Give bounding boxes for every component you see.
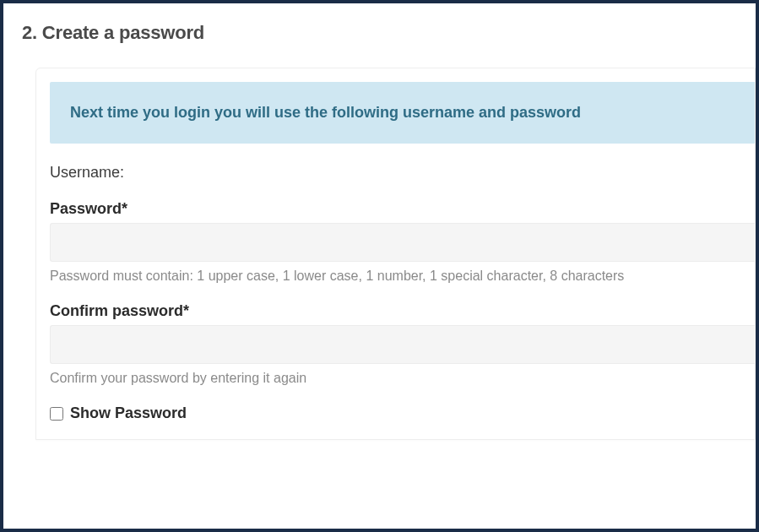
confirm-password-hint: Confirm your password by entering it aga…: [50, 371, 755, 386]
show-password-row: Show Password: [50, 404, 755, 422]
confirm-password-label: Confirm password*: [50, 302, 755, 320]
section-title: 2. Create a password: [22, 22, 756, 44]
show-password-label[interactable]: Show Password: [70, 404, 187, 422]
password-label: Password*: [50, 200, 755, 218]
confirm-password-input[interactable]: [50, 325, 755, 364]
form-area: Username: Password* Password must contai…: [36, 164, 755, 439]
form-card: Next time you login you will use the fol…: [35, 68, 756, 440]
password-hint: Password must contain: 1 upper case, 1 l…: [50, 269, 755, 284]
show-password-checkbox[interactable]: [50, 407, 63, 421]
info-banner: Next time you login you will use the fol…: [50, 82, 755, 144]
password-form-panel: 2. Create a password Next time you login…: [0, 0, 759, 532]
username-label: Username:: [50, 164, 755, 182]
password-input[interactable]: [50, 223, 755, 262]
